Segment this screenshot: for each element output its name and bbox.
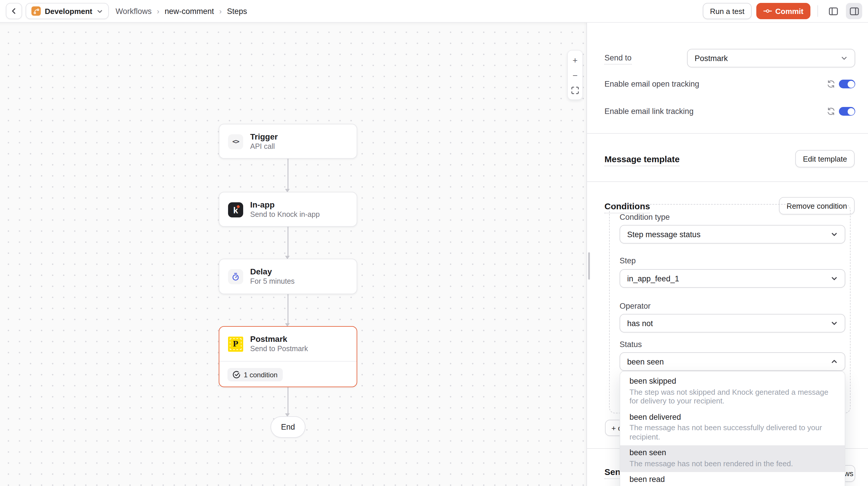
stopwatch-icon xyxy=(228,269,243,284)
option-description: The step was not skipped and Knock gener… xyxy=(629,387,835,406)
dropdown-option-been-read[interactable]: been read xyxy=(620,472,845,486)
chevron-down-icon xyxy=(831,320,838,327)
environment-name: Development xyxy=(45,7,92,15)
dropdown-option-been-skipped[interactable]: been skipped The step was not skipped an… xyxy=(620,374,845,410)
status-label: Status xyxy=(620,340,642,349)
node-end[interactable]: End xyxy=(271,416,305,438)
send-to-label: Send to xyxy=(604,54,631,64)
step-value: in_app_feed_1 xyxy=(627,274,679,283)
status-value: been seen xyxy=(627,357,664,366)
commit-label: Commit xyxy=(775,7,803,15)
section-divider xyxy=(587,133,868,134)
zoom-in-button[interactable]: + xyxy=(568,52,582,67)
chevron-down-icon xyxy=(841,55,848,62)
edge-inapp-delay xyxy=(287,227,288,256)
zoom-controls: + − xyxy=(567,50,583,100)
send-to-value: Postmark xyxy=(694,54,728,63)
condition-type-select[interactable]: Step message status xyxy=(620,225,845,244)
chevron-up-icon xyxy=(831,358,838,365)
end-label: End xyxy=(281,423,295,431)
commit-button[interactable]: Commit xyxy=(756,3,810,19)
circle-check-icon xyxy=(233,371,240,379)
node-title: Trigger xyxy=(250,132,278,142)
option-description: The message has not been successfully de… xyxy=(629,423,835,441)
back-button[interactable] xyxy=(6,3,22,19)
step-settings-panel: Send to Postmark Enable email open track… xyxy=(586,23,868,486)
breadcrumb-page: Steps xyxy=(227,7,247,15)
edge-postmark-end xyxy=(287,387,288,414)
option-label: been read xyxy=(629,475,835,484)
option-label: been delivered xyxy=(629,413,835,421)
operator-label: Operator xyxy=(620,302,651,311)
breadcrumb-separator: › xyxy=(219,7,222,15)
open-tracking-label: Enable email open tracking xyxy=(604,79,699,88)
node-postmark[interactable]: P Postmark Send to Postmark 1 condition xyxy=(219,326,357,387)
breadcrumb-separator: › xyxy=(157,7,159,15)
code-icon: <> xyxy=(228,134,243,149)
postmark-icon: P xyxy=(228,336,243,351)
toolbar-divider xyxy=(817,5,818,17)
node-title: Postmark xyxy=(250,334,308,344)
message-template-heading: Message template xyxy=(604,154,680,166)
panel-right-icon xyxy=(849,6,859,16)
bottom-section-heading: Sen xyxy=(604,467,620,479)
dropdown-option-been-seen[interactable]: been seen The message has not been rende… xyxy=(620,445,845,472)
condition-type-label: Condition type xyxy=(620,213,670,222)
fit-view-button[interactable] xyxy=(568,83,582,98)
topbar: Development Workflows › new-comment › St… xyxy=(0,0,868,23)
node-subtitle: For 5 minutes xyxy=(250,277,294,286)
section-divider xyxy=(587,182,868,182)
link-tracking-toggle[interactable] xyxy=(839,107,855,116)
edge-trigger-inapp xyxy=(287,159,288,190)
node-divider xyxy=(219,361,356,362)
run-a-test-button[interactable]: Run a test xyxy=(703,3,752,19)
node-trigger[interactable]: <> Trigger API call xyxy=(219,124,357,159)
panel-left-icon xyxy=(828,6,838,16)
node-title: Delay xyxy=(250,267,294,277)
condition-count-badge: 1 condition xyxy=(227,368,283,381)
link-tracking-label: Enable email link tracking xyxy=(604,107,693,116)
edit-template-button[interactable]: Edit template xyxy=(795,150,855,167)
chevron-down-icon xyxy=(96,8,103,14)
chevron-down-icon xyxy=(831,275,838,282)
option-label: been seen xyxy=(629,448,835,457)
node-subtitle: Send to Postmark xyxy=(250,345,308,353)
open-tracking-toggle[interactable] xyxy=(839,79,855,88)
node-subtitle: API call xyxy=(250,142,278,151)
condition-type-value: Step message status xyxy=(627,230,701,239)
breadcrumb-workflow-name[interactable]: new-comment xyxy=(165,7,214,15)
panel-scrollbar[interactable] xyxy=(588,252,590,280)
status-dropdown-menu: been skipped The step was not skipped an… xyxy=(620,371,845,486)
breadcrumb: Workflows › new-comment › Steps xyxy=(116,7,247,15)
chevron-left-icon xyxy=(10,7,18,14)
node-delay[interactable]: Delay For 5 minutes xyxy=(219,259,357,294)
workflow-canvas[interactable]: <> Trigger API call k In-app Send to Kno… xyxy=(0,23,586,486)
node-in-app[interactable]: k In-app Send to Knock in-app xyxy=(219,192,357,227)
commit-icon xyxy=(763,8,772,14)
zoom-out-button[interactable]: − xyxy=(568,67,582,83)
environment-switcher[interactable]: Development xyxy=(26,3,108,19)
node-subtitle: Send to Knock in-app xyxy=(250,210,320,219)
reset-icon[interactable] xyxy=(827,107,835,118)
option-description: The message has not been rendered in the… xyxy=(629,459,835,468)
operator-value: has not xyxy=(627,319,653,328)
fit-view-icon xyxy=(571,86,579,94)
condition-count-label: 1 condition xyxy=(244,370,278,379)
operator-select[interactable]: has not xyxy=(620,314,845,332)
chevron-down-icon xyxy=(831,231,838,238)
left-panel-toggle[interactable] xyxy=(825,3,841,19)
step-label: Step xyxy=(620,256,636,265)
knock-icon: k xyxy=(228,202,243,217)
breadcrumb-workflows[interactable]: Workflows xyxy=(116,7,152,15)
send-to-select[interactable]: Postmark xyxy=(687,49,855,67)
environment-icon xyxy=(31,6,41,16)
dropdown-option-been-delivered[interactable]: been delivered The message has not been … xyxy=(620,410,845,445)
step-select[interactable]: in_app_feed_1 xyxy=(620,269,845,288)
right-panel-toggle[interactable] xyxy=(846,3,862,19)
reset-icon[interactable] xyxy=(827,79,835,91)
node-title: In-app xyxy=(250,200,320,210)
option-label: been skipped xyxy=(629,377,835,386)
edge-delay-postmark xyxy=(287,294,288,324)
status-select[interactable]: been seen xyxy=(620,352,845,371)
